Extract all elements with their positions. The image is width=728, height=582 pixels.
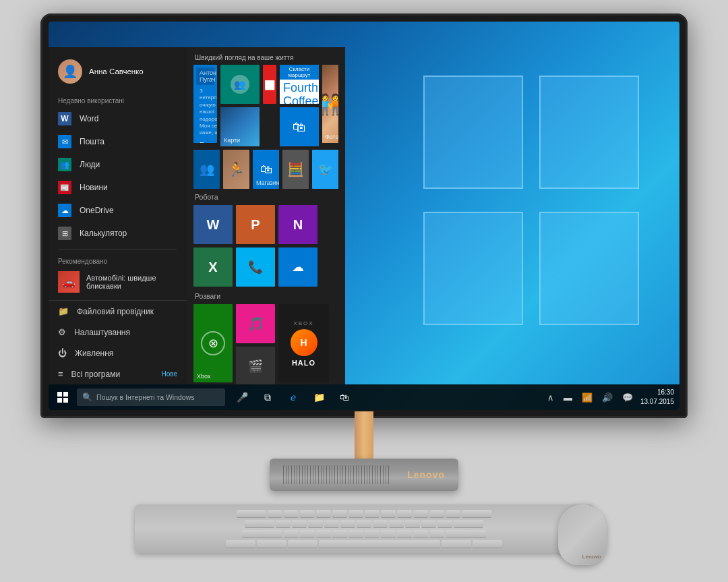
quick-access-power[interactable]: ⏻ Живлення: [49, 343, 187, 363]
tiles-entertainment: ⊗ Xbox 🎵 🎬: [193, 304, 338, 384]
tile-photos[interactable]: 🧑‍🤝‍🧑 Фотографії: [322, 65, 338, 143]
tile-onenote[interactable]: N: [278, 205, 317, 244]
tile-onedrive[interactable]: ☁: [278, 248, 317, 287]
avatar: 👤: [58, 59, 82, 84]
tile-store[interactable]: 🛍 Магазин: [253, 150, 279, 189]
tile-powerpoint[interactable]: P: [236, 205, 275, 244]
mail-icon: ✉: [58, 135, 71, 148]
keyboard-row-3: [146, 530, 582, 538]
tile-groovemusic[interactable]: 🎵: [236, 304, 275, 343]
power-icon: ⏻: [58, 348, 67, 358]
key-e: [300, 510, 315, 518]
word-icon: W: [58, 112, 71, 125]
taskbar-microphone-icon[interactable]: 🎤: [231, 386, 253, 409]
menu-item-word[interactable]: W Word: [49, 107, 187, 130]
key-c: [316, 530, 331, 538]
key-backspace: [462, 510, 491, 518]
menu-item-news[interactable]: 📰 Новини: [49, 176, 187, 199]
chevron-up-icon[interactable]: ∧: [545, 392, 556, 403]
tile-calculator[interactable]: 🧮: [282, 150, 309, 189]
key-quote: [437, 520, 452, 528]
tile-xbox-label: Xbox: [197, 373, 211, 380]
tile-films[interactable]: 🎬: [236, 347, 275, 384]
key-shift-r: [446, 530, 486, 538]
start-button[interactable]: [49, 384, 77, 410]
taskbar-store-icon[interactable]: 🛍: [333, 386, 356, 409]
win-pane-bottomleft: [423, 212, 523, 325]
quick-access-explorer[interactable]: 📁 Файловий провідник: [49, 301, 187, 322]
key-m: [381, 530, 396, 538]
tiles-office: W P N X 📞: [193, 205, 338, 287]
key-bracket-r: [446, 510, 460, 518]
key-v: [332, 530, 347, 538]
taskbar-search[interactable]: 🔍 Пошук в Інтернеті та Windows: [77, 388, 225, 406]
key-t: [332, 510, 347, 518]
key-caps: [245, 520, 274, 528]
key-comma: [397, 530, 412, 538]
action-center-icon[interactable]: 💬: [620, 392, 635, 403]
win-pane-bottomright: [539, 212, 639, 325]
tile-xbox[interactable]: ⊗ Xbox: [193, 304, 233, 382]
recommended-item[interactable]: 🚗 Автомобілі: швидше блискавки: [49, 268, 187, 296]
mouse-logo: Lenovo: [582, 554, 601, 560]
monitor-screen: 👤 Анна Савченко Недавно використані W Wo…: [49, 22, 679, 410]
key-o: [397, 510, 412, 518]
tile-word[interactable]: W: [193, 205, 233, 244]
tile-twitter[interactable]: 🐦: [312, 150, 338, 189]
clock-time: 16:30: [657, 388, 674, 397]
key-f: [324, 520, 339, 528]
tile-people2[interactable]: 👥: [193, 150, 220, 189]
tile-people[interactable]: 👥: [220, 65, 260, 104]
menu-item-calculator[interactable]: ⊞ Калькулятор: [49, 222, 187, 245]
key-k: [389, 520, 404, 528]
tile-excel[interactable]: X: [193, 248, 233, 287]
all-programs-icon: ≡: [58, 369, 63, 379]
key-a: [276, 520, 291, 528]
monitor: 👤 Анна Савченко Недавно використані W Wo…: [40, 13, 688, 418]
tile-mail[interactable]: Антон Пугач З нетерпінням очікую нашої п…: [193, 65, 217, 143]
start-menu: 👤 Анна Савченко Недавно використані W Wo…: [49, 47, 345, 384]
key-win: [257, 540, 286, 548]
menu-item-people[interactable]: 👥 Люди: [49, 153, 187, 176]
key-space: [319, 540, 440, 548]
base-grill: [283, 465, 391, 484]
tiles-col-music: 🎵 🎬: [236, 304, 275, 384]
key-p: [413, 510, 428, 518]
tile-skype[interactable]: 📞: [236, 248, 275, 287]
scene: 👤 Анна Савченко Недавно використані W Wo…: [0, 0, 728, 582]
tile-flipboard[interactable]: ◼: [263, 65, 276, 104]
tile-halo[interactable]: XBOX H HALO: [278, 304, 329, 382]
start-bottom: 📁 Файловий провідник ⚙ Налаштування ⏻ Жи…: [49, 300, 187, 384]
base-unit: Lenovo: [270, 459, 458, 491]
volume-icon[interactable]: 🔊: [600, 392, 615, 403]
menu-label-news: Новини: [80, 183, 108, 192]
keyboard-row-2: [146, 520, 582, 528]
tile-mail-label: Пошта: [200, 141, 217, 143]
key-n: [365, 530, 380, 538]
tiles-row-1: Антон Пугач З нетерпінням очікую нашої п…: [193, 65, 338, 146]
taskbar-right: ∧ ▬ 📶 🔊 💬 16:30 13.07.2015: [545, 388, 679, 407]
tile-calendar[interactable]: Скласти маршрут Fourth Coffee 16:00 Пн. …: [280, 65, 319, 104]
menu-label-calculator: Калькулятор: [80, 229, 127, 238]
tile-store-small[interactable]: 🛍: [280, 107, 319, 146]
taskbar-taskview-icon[interactable]: ⧉: [256, 386, 279, 409]
taskbar-edge-icon[interactable]: ℯ: [282, 386, 305, 409]
menu-item-onedrive[interactable]: ☁ OneDrive: [49, 199, 187, 222]
tile-store-label: Магазин: [256, 179, 279, 186]
tile-maps[interactable]: Карти: [220, 107, 260, 146]
taskbar-explorer-icon[interactable]: 📁: [307, 386, 330, 409]
user-section[interactable]: 👤 Анна Савченко: [49, 55, 187, 93]
quick-access-all-programs[interactable]: ≡ Всі програми Нове: [49, 363, 187, 384]
tiles-row-2: 👥 🏃 🛍 Магазин: [193, 150, 338, 189]
keyboard: [135, 504, 593, 553]
quick-access-settings[interactable]: ⚙ Налаштування: [49, 322, 187, 343]
tile-photo-small[interactable]: 🏃: [223, 150, 249, 189]
network-icon: 📶: [580, 392, 595, 403]
menu-label-onedrive: OneDrive: [80, 206, 114, 215]
key-b: [348, 530, 363, 538]
menu-item-mail[interactable]: ✉ Пошта: [49, 130, 187, 153]
power-label: Живлення: [75, 349, 113, 358]
menu-label-people: Люди: [80, 160, 100, 169]
key-x: [300, 530, 315, 538]
key-d: [308, 520, 323, 528]
